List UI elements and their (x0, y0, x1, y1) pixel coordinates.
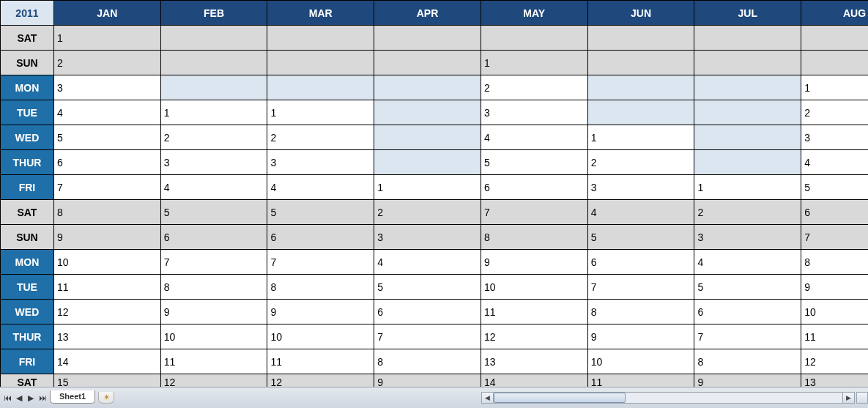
calendar-cell[interactable] (587, 26, 694, 51)
calendar-cell[interactable]: 7 (801, 225, 868, 250)
year-cell[interactable]: 2011 (1, 1, 54, 26)
calendar-cell[interactable]: 2 (53, 51, 160, 75)
day-label[interactable]: MON (1, 250, 54, 275)
month-header-jun[interactable]: JUN (587, 1, 694, 26)
calendar-cell[interactable]: 5 (160, 200, 267, 225)
calendar-cell[interactable]: 5 (374, 275, 481, 300)
day-label[interactable]: SUN (1, 225, 54, 250)
calendar-cell[interactable] (801, 26, 868, 51)
hscroll-right-button[interactable]: ▶ (842, 393, 854, 403)
calendar-cell[interactable]: 1 (267, 100, 374, 125)
calendar-cell[interactable]: 6 (267, 225, 374, 250)
calendar-cell[interactable] (374, 150, 481, 175)
calendar-cell[interactable]: 3 (53, 75, 160, 100)
calendar-cell[interactable]: 5 (267, 200, 374, 225)
calendar-cell[interactable]: 6 (374, 300, 481, 324)
calendar-cell[interactable]: 1 (160, 100, 267, 125)
calendar-cell[interactable]: 5 (587, 225, 694, 250)
calendar-cell[interactable] (374, 75, 481, 100)
day-label[interactable]: TUE (1, 275, 54, 300)
calendar-cell[interactable]: 7 (481, 200, 587, 225)
calendar-cell[interactable]: 3 (694, 225, 801, 250)
month-header-jan[interactable]: JAN (53, 1, 160, 26)
day-label[interactable]: FRI (1, 349, 54, 374)
calendar-cell[interactable] (694, 100, 801, 125)
month-header-feb[interactable]: FEB (160, 1, 267, 26)
tab-nav-prev-icon[interactable]: ◀ (13, 392, 25, 404)
day-label[interactable]: TUE (1, 100, 54, 125)
calendar-cell[interactable]: 7 (374, 324, 481, 349)
calendar-cell[interactable]: 2 (481, 75, 587, 100)
day-label[interactable]: SAT (1, 26, 54, 51)
tab-nav-first-icon[interactable]: ⏮ (1, 392, 13, 404)
calendar-cell[interactable]: 4 (801, 150, 868, 175)
calendar-cell[interactable] (267, 26, 374, 51)
calendar-cell[interactable]: 10 (160, 324, 267, 349)
calendar-cell[interactable]: 8 (160, 275, 267, 300)
calendar-cell[interactable] (160, 51, 267, 75)
calendar-cell[interactable]: 11 (587, 374, 694, 387)
calendar-cell[interactable] (267, 51, 374, 75)
calendar-cell[interactable]: 1 (53, 26, 160, 51)
calendar-cell[interactable]: 8 (587, 300, 694, 324)
calendar-cell[interactable] (267, 75, 374, 100)
calendar-cell[interactable]: 7 (53, 175, 160, 200)
calendar-cell[interactable]: 13 (481, 349, 587, 374)
day-label[interactable]: SAT (1, 374, 54, 387)
calendar-cell[interactable]: 15 (53, 374, 160, 387)
calendar-cell[interactable]: 1 (801, 75, 868, 100)
day-label[interactable]: SAT (1, 200, 54, 225)
calendar-cell[interactable] (694, 75, 801, 100)
calendar-cell[interactable]: 8 (481, 225, 587, 250)
calendar-cell[interactable] (587, 51, 694, 75)
calendar-cell[interactable]: 2 (694, 200, 801, 225)
calendar-cell[interactable] (694, 125, 801, 150)
calendar-cell[interactable]: 9 (587, 324, 694, 349)
sheet-tab-sheet1[interactable]: Sheet1 (50, 390, 95, 404)
day-label[interactable]: MON (1, 75, 54, 100)
calendar-cell[interactable]: 12 (801, 349, 868, 374)
calendar-cell[interactable] (160, 75, 267, 100)
calendar-cell[interactable]: 4 (53, 100, 160, 125)
calendar-cell[interactable]: 1 (587, 125, 694, 150)
month-header-apr[interactable]: APR (374, 1, 481, 26)
calendar-cell[interactable]: 2 (374, 200, 481, 225)
month-header-aug[interactable]: AUG (801, 1, 868, 26)
calendar-cell[interactable]: 5 (801, 175, 868, 200)
calendar-cell[interactable]: 2 (801, 100, 868, 125)
calendar-cell[interactable]: 4 (587, 200, 694, 225)
calendar-cell[interactable]: 10 (481, 275, 587, 300)
calendar-cell[interactable]: 9 (481, 250, 587, 275)
calendar-cell[interactable]: 9 (160, 300, 267, 324)
calendar-cell[interactable] (374, 26, 481, 51)
day-label[interactable]: THUR (1, 324, 54, 349)
calendar-cell[interactable]: 3 (587, 175, 694, 200)
calendar-cell[interactable]: 12 (481, 324, 587, 349)
calendar-cell[interactable]: 6 (801, 200, 868, 225)
calendar-cell[interactable] (694, 150, 801, 175)
calendar-cell[interactable]: 12 (53, 300, 160, 324)
calendar-cell[interactable]: 3 (801, 125, 868, 150)
calendar-cell[interactable]: 10 (267, 324, 374, 349)
calendar-cell[interactable]: 14 (481, 374, 587, 387)
calendar-cell[interactable]: 3 (374, 225, 481, 250)
calendar-cell[interactable]: 10 (801, 300, 868, 324)
calendar-cell[interactable]: 13 (53, 324, 160, 349)
calendar-cell[interactable]: 3 (267, 150, 374, 175)
calendar-cell[interactable]: 6 (53, 150, 160, 175)
calendar-cell[interactable]: 13 (801, 374, 868, 387)
month-header-mar[interactable]: MAR (267, 1, 374, 26)
day-label[interactable]: FRI (1, 175, 54, 200)
calendar-cell[interactable]: 12 (160, 374, 267, 387)
calendar-cell[interactable]: 4 (694, 250, 801, 275)
calendar-cell[interactable] (694, 26, 801, 51)
calendar-cell[interactable] (374, 51, 481, 75)
calendar-cell[interactable]: 8 (694, 349, 801, 374)
calendar-cell[interactable]: 8 (53, 200, 160, 225)
calendar-cell[interactable]: 9 (801, 275, 868, 300)
calendar-cell[interactable]: 2 (267, 125, 374, 150)
calendar-cell[interactable]: 3 (481, 100, 587, 125)
calendar-cell[interactable]: 6 (481, 175, 587, 200)
calendar-cell[interactable]: 4 (160, 175, 267, 200)
calendar-cell[interactable]: 10 (587, 349, 694, 374)
